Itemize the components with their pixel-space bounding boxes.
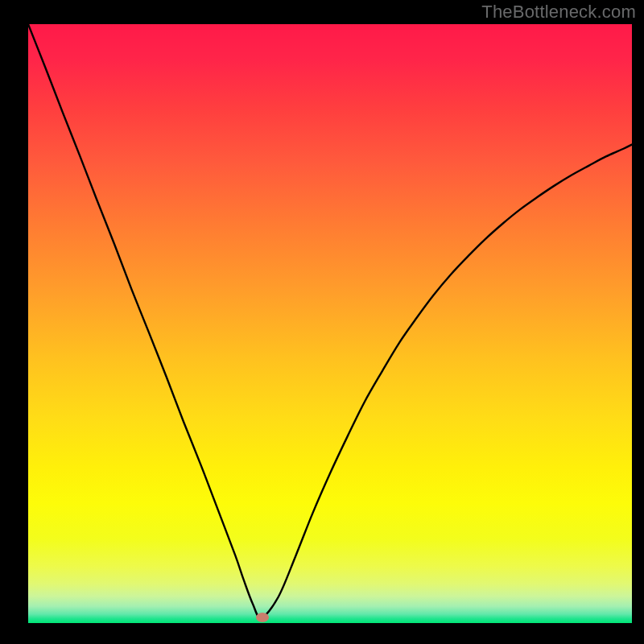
chart-container: TheBottleneck.com [0,0,644,644]
watermark-text: TheBottleneck.com [481,2,636,23]
plot-area [28,24,632,623]
minimum-marker [256,613,269,622]
bottleneck-curve [28,24,632,623]
